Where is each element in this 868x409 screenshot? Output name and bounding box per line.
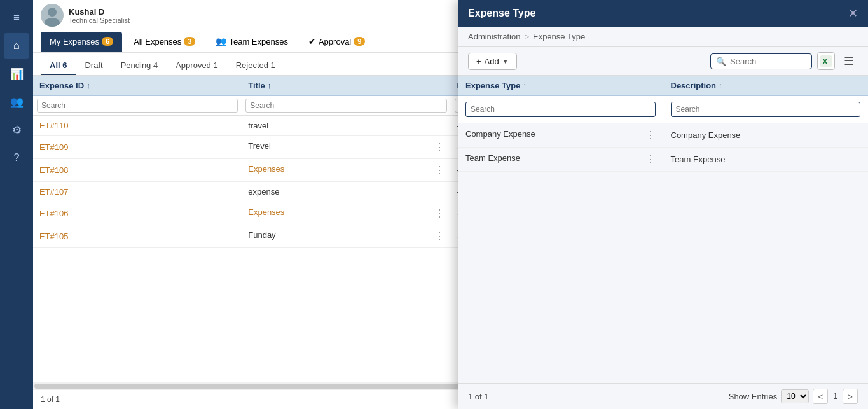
tab-my-expenses-label: My Expenses (50, 37, 99, 46)
filter-approved[interactable]: Approved 1 (167, 57, 227, 75)
sidebar-team-icon[interactable]: 👥 (4, 89, 29, 114)
panel-toolbar: + Add ▼ 🔍 X ☰ (458, 47, 868, 76)
chevron-down-icon: ▼ (502, 58, 509, 65)
tab-all-expenses-label: All Expenses (134, 37, 181, 46)
tab-team-expenses-label: Team Expenses (229, 37, 288, 46)
avatar (41, 4, 64, 27)
sidebar-chart-icon[interactable]: 📊 (4, 61, 29, 87)
panel-header: Expense Type ✕ (458, 0, 868, 27)
expense-type-table: Expense Type ↑ Description ↑ Company Exp… (458, 76, 868, 172)
filter-pending[interactable]: Pending 4 (112, 57, 167, 75)
cell-expense-type: Company Expense ⋮ (458, 123, 663, 148)
panel-pagination-text: 1 of 1 (468, 392, 489, 401)
cell-title: Expenses ⋮ (242, 159, 450, 182)
cell-expense-id[interactable]: ET#106 (33, 202, 242, 225)
cell-title: expense (242, 182, 450, 202)
search-expense-id[interactable] (37, 99, 238, 113)
col-expense-type[interactable]: Expense Type ↑ (458, 76, 663, 96)
cell-expense-type: Team Expense ⋮ (458, 148, 663, 172)
user-role: Technical Specialist (69, 17, 130, 24)
filter-all[interactable]: All 6 (41, 57, 76, 75)
sidebar-home-icon[interactable]: ⌂ (4, 33, 29, 59)
panel-pagination: 1 of 1 Show Entries 10 25 50 < 1 > (458, 383, 868, 409)
user-name: Kushal D (69, 7, 130, 17)
panel-toolbar-right: 🔍 X ☰ (710, 52, 858, 70)
svg-point-1 (48, 8, 57, 17)
filter-rejected[interactable]: Rejected 1 (227, 57, 284, 75)
avatar-image (41, 4, 64, 27)
cell-title: Trevel ⋮ (242, 136, 450, 159)
excel-icon: X (820, 55, 832, 67)
panel-row-action-icon[interactable]: ⋮ (645, 129, 656, 141)
tab-approval[interactable]: ✔ Approval 9 (300, 31, 374, 52)
panel-title: Expense Type (468, 8, 535, 19)
tab-all-expenses[interactable]: All Expenses 3 (125, 32, 204, 52)
cell-expense-id[interactable]: ET#109 (33, 136, 242, 159)
add-button[interactable]: + Add ▼ (468, 53, 517, 70)
panel-table-row: Team Expense ⋮ Team Expense (458, 148, 868, 172)
panel-row-action-icon[interactable]: ⋮ (645, 153, 656, 165)
sidebar-settings-icon[interactable]: ⚙ (4, 117, 29, 142)
tab-my-expenses[interactable]: My Expenses 6 (41, 32, 122, 52)
entries-select[interactable]: 10 25 50 (781, 389, 809, 403)
tab-approval-label: Approval (319, 37, 351, 46)
columns-icon[interactable]: ☰ (840, 52, 858, 70)
show-entries-label: Show Entries (729, 392, 778, 401)
add-label: Add (485, 57, 499, 66)
tab-team-expenses[interactable]: 👥 Team Expenses (207, 31, 297, 52)
tab-my-expenses-badge: 6 (102, 37, 113, 46)
cell-description: Company Expense (663, 123, 869, 148)
page-nav: < 1 > (813, 389, 858, 404)
excel-export-icon[interactable]: X (817, 52, 835, 70)
sidebar-menu-icon[interactable]: ≡ (4, 5, 29, 31)
close-icon[interactable]: ✕ (848, 6, 858, 20)
panel-search-input[interactable] (730, 57, 806, 66)
prev-page-button[interactable]: < (813, 389, 828, 404)
breadcrumb-expense-type: Expense Type (533, 32, 585, 41)
cell-title: Expenses ⋮ (242, 202, 450, 225)
search-icon: 🔍 (716, 57, 726, 66)
svg-text:X: X (822, 57, 828, 66)
search-title[interactable] (245, 99, 446, 113)
panel-table-row: Company Expense ⋮ Company Expense (458, 123, 868, 148)
row-action-icon[interactable]: ⋮ (434, 164, 444, 176)
col-title[interactable]: Title ↑ (242, 76, 450, 96)
sidebar-help-icon[interactable]: ? (4, 145, 29, 170)
panel-table-area: Expense Type ↑ Description ↑ Company Exp… (458, 76, 868, 383)
search-description[interactable] (671, 102, 861, 117)
current-page: 1 (830, 392, 840, 401)
breadcrumb: Administration > Expense Type (458, 27, 868, 47)
next-page-button[interactable]: > (843, 389, 858, 404)
approval-icon: ✔ (308, 36, 316, 46)
cell-expense-id[interactable]: ET#107 (33, 182, 242, 202)
cell-expense-id[interactable]: ET#110 (33, 116, 242, 136)
panel-search-box: 🔍 (710, 53, 812, 69)
panel-search-row (458, 96, 868, 123)
cell-title: travel (242, 116, 450, 136)
user-info: Kushal D Technical Specialist (69, 7, 130, 24)
show-entries: Show Entries 10 25 50 < 1 > (729, 389, 858, 404)
col-expense-id[interactable]: Expense ID ↑ (33, 76, 242, 96)
breadcrumb-admin[interactable]: Administration (468, 32, 520, 41)
tab-approval-badge: 9 (354, 37, 365, 46)
team-expenses-icon: 👥 (216, 36, 226, 46)
cell-description: Team Expense (663, 148, 869, 172)
expense-type-panel: Expense Type ✕ Administration > Expense … (458, 0, 868, 409)
row-action-icon[interactable]: ⋮ (434, 141, 444, 153)
panel-header-row: Expense Type ↑ Description ↑ (458, 76, 868, 96)
cell-expense-id[interactable]: ET#108 (33, 159, 242, 182)
breadcrumb-separator: > (524, 32, 529, 41)
plus-icon: + (476, 57, 481, 66)
tab-all-expenses-badge: 3 (184, 37, 195, 46)
row-action-icon[interactable]: ⋮ (434, 230, 444, 242)
cell-title: Funday ⋮ (242, 225, 450, 248)
col-description[interactable]: Description ↑ (663, 76, 869, 96)
cell-expense-id[interactable]: ET#105 (33, 225, 242, 248)
row-action-icon[interactable]: ⋮ (434, 207, 444, 219)
sidebar: ≡ ⌂ 📊 👥 ⚙ ? (0, 0, 33, 409)
search-expense-type[interactable] (465, 102, 656, 117)
filter-draft[interactable]: Draft (76, 57, 111, 75)
